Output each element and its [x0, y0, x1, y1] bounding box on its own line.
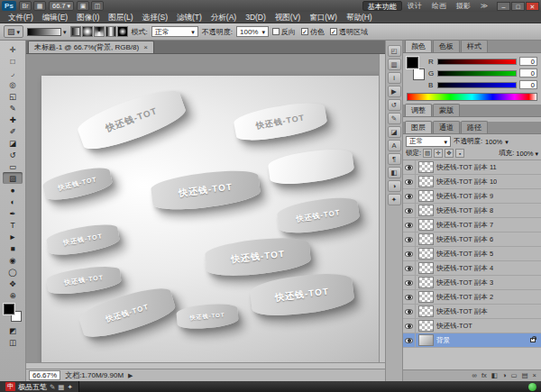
lasso-tool[interactable]: ◞: [3, 67, 23, 78]
layer-row[interactable]: 快还钱-TOT 副本: [403, 305, 541, 319]
ribbon-banner[interactable]: 快还钱-TOT: [77, 282, 178, 342]
link-layers-icon[interactable]: ∞: [472, 370, 477, 381]
menu-item[interactable]: 选择(S): [138, 12, 172, 23]
reflected-gradient-button[interactable]: [105, 26, 116, 37]
dock-history-icon[interactable]: ↺: [388, 99, 401, 111]
visibility-toggle[interactable]: [403, 261, 416, 275]
foreground-color-swatch[interactable]: [4, 304, 14, 315]
layer-thumbnail[interactable]: [418, 291, 434, 303]
layer-name[interactable]: 快还钱-TOT: [436, 322, 472, 331]
panel-tab[interactable]: 色板: [433, 40, 460, 52]
3d-rotate-tool[interactable]: ◉: [3, 254, 23, 266]
menu-item[interactable]: 分析(A): [206, 12, 241, 23]
fill-value[interactable]: 100%: [516, 150, 533, 158]
visibility-toggle[interactable]: [403, 319, 416, 333]
panel-tab[interactable]: 路径: [461, 121, 488, 133]
dock-actions-icon[interactable]: ▶: [388, 86, 401, 97]
vertical-scrollbar[interactable]: [379, 54, 385, 369]
channel-value-field[interactable]: 0: [519, 57, 537, 66]
lock-transparency-icon[interactable]: ▨: [423, 149, 432, 158]
visibility-toggle[interactable]: [403, 189, 416, 203]
gradient-tool[interactable]: ▨: [3, 172, 23, 184]
menu-item[interactable]: 3D(D): [241, 12, 270, 23]
visibility-toggle[interactable]: [403, 218, 416, 232]
new-adjustment-layer-icon[interactable]: ◑: [502, 370, 507, 381]
delete-layer-icon[interactable]: ×: [533, 370, 536, 381]
layer-name[interactable]: 快还钱-TOT 副本 4: [436, 264, 493, 273]
channel-slider[interactable]: [437, 82, 517, 88]
visibility-toggle[interactable]: [403, 276, 416, 289]
layer-row[interactable]: 快还钱-TOT 副本 3: [403, 276, 541, 290]
ime-language-icon[interactable]: 中: [5, 382, 15, 391]
panel-tab[interactable]: 蒙版: [433, 104, 460, 116]
workspace-overflow-button[interactable]: ≫: [478, 2, 491, 10]
panel-tab[interactable]: 通道: [433, 121, 460, 133]
layer-name[interactable]: 快还钱-TOT 副本 6: [436, 235, 493, 244]
layer-thumbnail[interactable]: [418, 176, 434, 187]
layer-thumbnail[interactable]: [418, 305, 434, 317]
menu-item[interactable]: 窗口(W): [305, 12, 342, 23]
dock-clone-source-icon[interactable]: ◪: [388, 126, 401, 138]
ribbon-banner[interactable]: 快还钱-TOT: [204, 234, 311, 279]
close-button[interactable]: ✕: [526, 2, 539, 11]
checkbox-icon[interactable]: ✓: [330, 28, 337, 35]
3d-orbit-tool[interactable]: ◯: [3, 266, 23, 278]
channel-slider[interactable]: [437, 70, 517, 77]
layer-name[interactable]: 快还钱-TOT 副本 2: [436, 293, 493, 302]
panel-tab[interactable]: 样式: [461, 40, 488, 52]
option-checkbox[interactable]: ✓仿色: [301, 27, 325, 37]
canvas-document[interactable]: 快还钱-TOT快还钱-TOT快还钱-TOT快还钱-TOT快还钱-TOT快还钱-T…: [41, 76, 382, 364]
ribbon-banner[interactable]: 快还钱-TOT: [45, 221, 121, 258]
layer-row[interactable]: 快还钱-TOT 副本 9: [403, 189, 541, 204]
canvas-area[interactable]: 快还钱-TOT快还钱-TOT快还钱-TOT快还钱-TOT快还钱-TOT快还钱-T…: [26, 54, 385, 369]
channel-value-field[interactable]: 0: [519, 68, 537, 77]
dock-info-icon[interactable]: i: [388, 72, 401, 84]
screen-mode-icon[interactable]: ◫: [91, 1, 104, 11]
menu-item[interactable]: 编辑(E): [38, 12, 72, 23]
screen-mode-button[interactable]: ◫: [3, 336, 23, 348]
dock-histogram-icon[interactable]: ▥: [388, 59, 401, 70]
layer-row[interactable]: 快还钱-TOT 副本 2: [403, 290, 541, 305]
hand-tool[interactable]: ✥: [3, 278, 23, 289]
dock-paragraph-icon[interactable]: ¶: [388, 153, 401, 165]
layer-name[interactable]: 快还钱-TOT 副本 10: [436, 178, 497, 187]
layer-row[interactable]: 快还钱-TOT 副本 8: [403, 204, 541, 218]
channel-slider[interactable]: [437, 59, 517, 65]
ribbon-banner[interactable]: 快还钱-TOT: [46, 263, 123, 296]
tool-preset-picker[interactable]: ▨: [4, 25, 23, 38]
dock-masks-icon[interactable]: ◧: [388, 167, 401, 178]
ime-bar[interactable]: 中 极品五笔 ✎▦✦: [0, 381, 79, 392]
ribbon-banner[interactable]: 快还钱-TOT: [150, 167, 261, 214]
checkbox-icon[interactable]: ✓: [301, 28, 308, 35]
dodge-tool[interactable]: ◐: [3, 196, 23, 207]
layer-name[interactable]: 快还钱-TOT 副本 9: [436, 192, 493, 201]
view-extras-icon[interactable]: ▦: [33, 1, 46, 11]
layer-row[interactable]: 快还钱-TOT 副本 7: [403, 218, 541, 232]
angle-gradient-button[interactable]: [94, 26, 105, 37]
layer-row[interactable]: 快还钱-TOT 副本 11: [403, 160, 541, 175]
layer-thumbnail[interactable]: [418, 233, 434, 245]
gradient-picker[interactable]: [27, 28, 67, 36]
dock-navigator-icon[interactable]: ◰: [388, 45, 401, 57]
visibility-toggle[interactable]: [403, 333, 416, 347]
panel-background-swatch[interactable]: [413, 68, 425, 80]
add-layer-mask-icon[interactable]: ◧: [491, 370, 498, 381]
layer-name[interactable]: 快还钱-TOT 副本 8: [436, 206, 493, 215]
mode-select[interactable]: 正常: [151, 26, 198, 37]
tab-close-icon[interactable]: ×: [143, 43, 148, 51]
panel-tab[interactable]: 图层: [405, 121, 432, 133]
layer-row[interactable]: 快还钱-TOT: [403, 319, 541, 333]
eraser-tool[interactable]: ▭: [3, 160, 23, 172]
visibility-toggle[interactable]: [403, 160, 416, 174]
ribbon-banner[interactable]: 快还钱-TOT: [41, 164, 114, 204]
menu-item[interactable]: 帮助(H): [342, 12, 377, 23]
workspace-button[interactable]: 设计: [403, 1, 426, 11]
color-swatches[interactable]: [4, 304, 22, 322]
lock-all-icon[interactable]: ▪: [455, 149, 464, 158]
ribbon-banner[interactable]: [267, 146, 355, 188]
layer-row[interactable]: 快还钱-TOT 副本 6: [403, 232, 541, 247]
dock-styles-icon[interactable]: ✦: [388, 194, 401, 205]
panel-foreground-swatch[interactable]: [407, 57, 418, 68]
shape-tool[interactable]: ■: [3, 242, 23, 254]
marquee-tool[interactable]: □: [3, 55, 23, 67]
